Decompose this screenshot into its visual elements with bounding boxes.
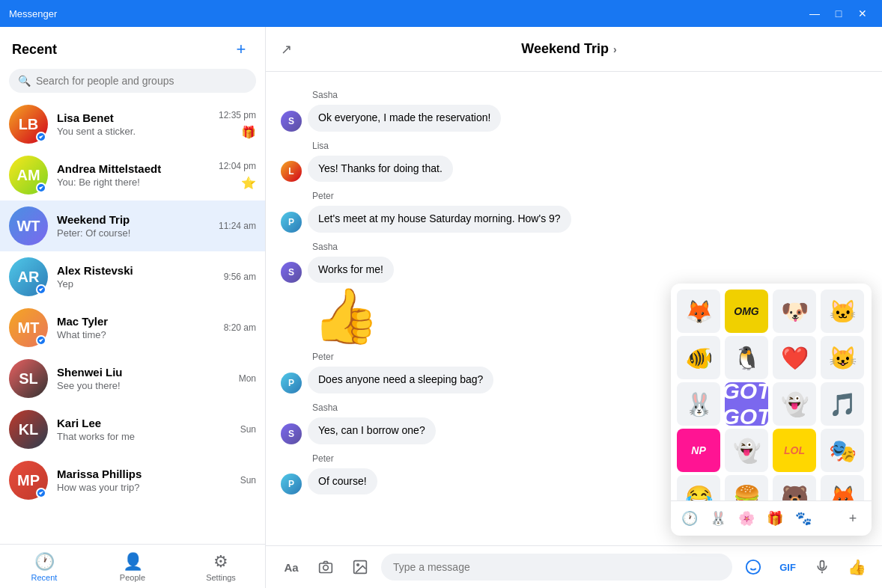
conversation-item-lisa[interactable]: LB Lisa Benet You sent a sticker. 12:35 … (0, 99, 265, 150)
sticker-1[interactable]: OMG (725, 290, 768, 333)
messenger-dot (36, 183, 46, 193)
chat-input-bar: Aa GIF 👍 (266, 545, 882, 588)
sidebar-header: Recent + (0, 27, 265, 69)
msg-bubble: Ok everyone, I made the reservation! (308, 105, 501, 132)
messenger-dot (36, 335, 46, 346)
recent-icon: 🕐 (34, 552, 55, 572)
avatar-wrap: AM (9, 156, 48, 195)
sticker-15[interactable]: 🎭 (821, 429, 864, 472)
thumbs-up-button[interactable]: 👍 (843, 554, 870, 581)
conv-meta: 12:04 pm ⭐ (219, 161, 256, 190)
msg-bubble: Works for me! (308, 257, 394, 284)
conversation-item-kari[interactable]: KL Kari Lee That works for me Sun (0, 404, 265, 455)
nav-item-settings[interactable]: ⚙ Settings (177, 545, 265, 588)
sticker-0[interactable]: 🦊 (677, 290, 720, 333)
sticker-footer-btn-0[interactable]: 🕐 (677, 506, 702, 531)
msg-bubble: Let's meet at my house Saturday morning.… (308, 206, 571, 233)
sticker-2[interactable]: 🐶 (773, 290, 816, 333)
conversation-item-weekend[interactable]: WT Weekend Trip Peter: Of course! 11:24 … (0, 200, 265, 251)
nav-item-recent[interactable]: 🕐 Recent (0, 545, 88, 588)
conv-info: Andrea Mittelstaedt You: Be right there! (57, 162, 210, 188)
main-layout: Recent + 🔍 LB Lisa Benet You sent a stic… (0, 27, 882, 588)
conv-meta: Mon (239, 373, 256, 384)
sticker-4[interactable]: 🐠 (677, 336, 720, 379)
conv-meta: 12:35 pm 🎁 (219, 110, 256, 139)
msg-avatar: P (281, 474, 302, 494)
avatar: KL (9, 410, 48, 449)
minimize-button[interactable]: — (804, 3, 825, 24)
conversation-item-andrea[interactable]: AM Andrea Mittelstaedt You: Be right the… (0, 150, 265, 200)
conv-preview: See you there! (57, 380, 230, 391)
font-button[interactable]: Aa (278, 554, 305, 581)
conv-time: 12:35 pm (219, 110, 256, 120)
sticker-8[interactable]: 🐰 (677, 382, 720, 426)
sticker-3[interactable]: 🐱 (821, 290, 864, 333)
sticker-panel-footer: 🕐🐰🌸🎁🐾+ (671, 500, 872, 536)
mic-button[interactable] (809, 554, 836, 581)
msg-row: S Ok everyone, I made the reservation! (281, 105, 867, 132)
nav-item-people[interactable]: 👤 People (88, 545, 177, 588)
avatar-wrap: WT (9, 206, 48, 245)
conv-time: 12:04 pm (219, 161, 256, 171)
svg-point-1 (323, 566, 329, 571)
sticker-16[interactable]: 😂 (677, 475, 720, 500)
message-input[interactable] (381, 554, 732, 581)
conversation-item-mac[interactable]: MT Mac Tyler What time? 8:20 am (0, 302, 265, 353)
sticker-12[interactable]: NP (677, 429, 720, 472)
avatar-wrap: MT (9, 308, 48, 347)
chat-area: ↗ Weekend Trip › Sasha S Ok everyone, I … (266, 27, 882, 588)
sticker-panel[interactable]: 🦊OMG🐶🐱🐠🐧❤️😺🐰GOT GOT👻🎵NP👻LOL🎭😂🍔🐻🦊 🕐🐰🌸🎁🐾+ (671, 284, 872, 536)
conv-name: Lisa Benet (57, 111, 210, 124)
sticker-add-button[interactable]: + (840, 506, 866, 531)
conv-preview: What time? (57, 329, 215, 340)
conversation-item-alex[interactable]: AR Alex Ristevski Yep 9:56 am (0, 251, 265, 302)
expand-icon[interactable]: ↗ (281, 41, 292, 58)
conversation-item-shenwei[interactable]: SL Shenwei Liu See you there! Mon (0, 353, 265, 404)
msg-avatar: S (281, 111, 302, 132)
msg-avatar: P (281, 212, 302, 233)
sticker-9[interactable]: GOT GOT (725, 382, 768, 426)
msg-bubble: Yes! Thanks for doing that. (308, 156, 453, 183)
sticker-14[interactable]: LOL (773, 429, 816, 472)
sticker-5[interactable]: 🐧 (725, 336, 768, 379)
conversation-item-marissa[interactable]: MP Marissa Phillips How was your trip? S… (0, 455, 265, 506)
emoji-button[interactable] (740, 554, 767, 581)
sticker-7[interactable]: 😺 (821, 336, 864, 379)
sticker-11[interactable]: 🎵 (821, 382, 864, 426)
close-button[interactable]: ✕ (852, 3, 873, 24)
conv-preview: You sent a sticker. (57, 126, 210, 137)
maximize-button[interactable]: □ (828, 3, 849, 24)
sticker-19[interactable]: 🦊 (821, 475, 864, 500)
conv-preview: You: Be right there! (57, 177, 210, 188)
msg-sender-1: Lisa (312, 141, 867, 151)
msg-avatar: P (281, 373, 302, 393)
conv-meta: Sun (240, 424, 256, 435)
window-controls: — □ ✕ (804, 3, 873, 24)
sticker-footer-btn-4[interactable]: 🐾 (791, 506, 816, 531)
conv-preview: Peter: Of course! (57, 227, 210, 239)
sticker-13[interactable]: 👻 (725, 429, 768, 472)
gif-button[interactable]: GIF (774, 554, 801, 581)
sticker-footer-btn-2[interactable]: 🌸 (734, 506, 759, 531)
avatar-wrap: SL (9, 359, 48, 398)
sticker-footer-btn-3[interactable]: 🎁 (762, 506, 788, 531)
sticker-grid: 🦊OMG🐶🐱🐠🐧❤️😺🐰GOT GOT👻🎵NP👻LOL🎭😂🍔🐻🦊 (671, 284, 872, 500)
sticker-17[interactable]: 🍔 (725, 475, 768, 500)
sticker-18[interactable]: 🐻 (773, 475, 816, 500)
new-conversation-button[interactable]: + (229, 37, 253, 61)
chat-title[interactable]: Weekend Trip › (521, 41, 616, 57)
messenger-dot (36, 488, 46, 498)
sticker-footer-btn-1[interactable]: 🐰 (705, 506, 731, 531)
avatar: WT (9, 206, 48, 245)
conv-time: 9:56 am (224, 272, 256, 282)
search-input[interactable] (9, 69, 256, 93)
msg-row: S Works for me! (281, 257, 867, 284)
photo-button[interactable] (347, 554, 374, 581)
sticker-10[interactable]: 👻 (773, 382, 816, 426)
svg-point-4 (746, 560, 760, 574)
settings-label: Settings (206, 573, 236, 582)
msg-avatar: L (281, 161, 302, 182)
camera-button[interactable] (312, 554, 339, 581)
conv-name: Weekend Trip (57, 213, 210, 226)
sticker-6[interactable]: ❤️ (773, 336, 816, 379)
